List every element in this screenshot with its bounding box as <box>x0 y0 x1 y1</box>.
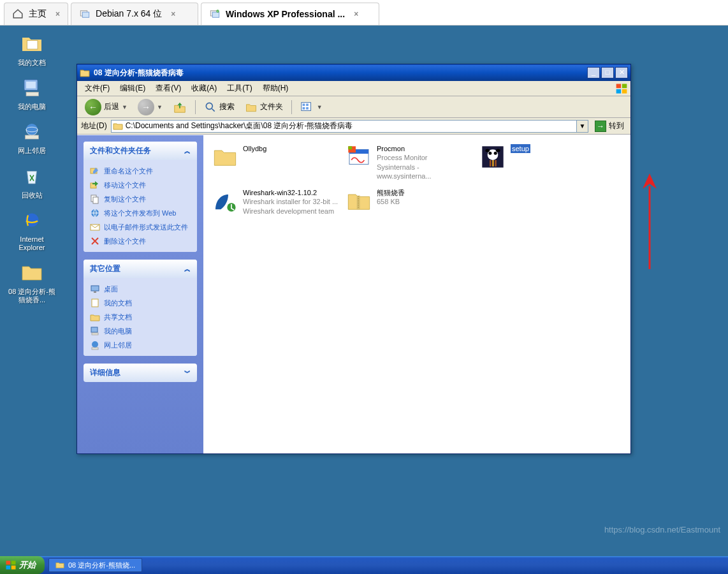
folder-icon <box>20 261 43 284</box>
desktop-icon-network-places[interactable]: 网上邻居 <box>6 120 57 155</box>
menu-tools[interactable]: 工具(T) <box>222 81 257 96</box>
close-icon[interactable]: × <box>55 10 60 18</box>
svg-rect-33 <box>92 333 98 335</box>
vm-tab-winxp[interactable]: Windows XP Professional ... × <box>201 3 379 25</box>
file-item-setup[interactable]: setup <box>477 142 611 183</box>
close-button[interactable]: ✕ <box>615 67 628 78</box>
desktop-icon-label: 网上邻居 <box>6 147 57 155</box>
desktop-icon-my-computer[interactable]: 我的电脑 <box>6 76 57 111</box>
minimize-button[interactable]: _ <box>587 67 600 78</box>
task-publish[interactable]: 将这个文件发布到 Web <box>90 206 191 220</box>
taskbar-item-label: 08 逆向分析-熊猫烧... <box>68 561 135 570</box>
file-list[interactable]: Ollydbg Procmon Process Monitor Sysinter… <box>203 135 630 453</box>
menu-help[interactable]: 帮助(H) <box>258 81 294 96</box>
menu-file[interactable]: 文件(F) <box>80 81 115 96</box>
svg-rect-16 <box>622 89 627 93</box>
panel-file-tasks-header[interactable]: 文件和文件夹任务 ︽ <box>84 142 197 160</box>
file-item-wireshark[interactable]: Wireshark-win32-1.10.2 Wireshark install… <box>210 186 344 218</box>
vm-tab-home[interactable]: 主页 × <box>4 3 68 25</box>
panel-details-header[interactable]: 详细信息 ︾ <box>84 364 197 382</box>
titlebar[interactable]: 08 逆向分析-熊猫烧香病毒 _ □ ✕ <box>77 64 630 81</box>
place-shared[interactable]: 共享文档 <box>90 310 191 324</box>
svg-rect-13 <box>616 84 622 88</box>
taskbar-item-explorer[interactable]: 08 逆向分析-熊猫烧... <box>48 558 142 572</box>
place-desktop[interactable]: 桌面 <box>90 282 191 296</box>
close-icon[interactable]: × <box>171 10 175 18</box>
shared-folder-icon <box>90 312 100 322</box>
go-label: 转到 <box>609 121 624 131</box>
globe-icon <box>90 208 100 218</box>
mail-icon <box>90 222 100 232</box>
vm-tab-debian[interactable]: Debian 7.x 64 位 × <box>71 3 198 25</box>
back-label: 后退 <box>104 101 119 112</box>
file-item-panda-zip[interactable]: 熊猫烧香 658 KB <box>344 186 477 218</box>
file-item-ollydbg[interactable]: Ollydbg <box>210 142 344 183</box>
maximize-button[interactable]: □ <box>601 67 614 78</box>
vm-icon <box>79 8 91 20</box>
vm-tab-debian-label: Debian 7.x 64 位 <box>96 8 162 20</box>
place-mycomputer[interactable]: 我的电脑 <box>90 324 191 338</box>
task-delete[interactable]: 删除这个文件 <box>90 234 191 248</box>
task-copy[interactable]: 复制这个文件 <box>90 192 191 206</box>
svg-point-44 <box>485 149 490 152</box>
svg-rect-51 <box>6 561 11 564</box>
views-icon <box>300 101 314 114</box>
task-move[interactable]: 移动这个文件 <box>90 178 191 192</box>
desktop-icon-label: Internet Explorer <box>6 235 57 252</box>
svg-rect-39 <box>348 146 352 149</box>
search-button[interactable]: 搜索 <box>200 99 238 115</box>
go-button[interactable]: → 转到 <box>592 119 627 133</box>
chevron-down-icon: ︾ <box>184 369 191 378</box>
svg-point-34 <box>92 341 98 348</box>
desktop-icon-folder-analysis[interactable]: 08 逆向分析-熊猫烧香... <box>6 261 57 304</box>
place-mydocs[interactable]: 我的文档 <box>90 296 191 310</box>
svg-point-45 <box>496 149 500 152</box>
views-button[interactable]: ▼ <box>296 99 326 115</box>
desktop-icon-ie[interactable]: Internet Explorer <box>6 209 57 252</box>
start-button[interactable]: 开始 <box>0 556 45 574</box>
address-input[interactable] <box>111 120 577 133</box>
desktop-icons: 我的文档 我的电脑 网上邻居 回收站 Internet Explorer 08 … <box>6 32 64 314</box>
computer-icon <box>20 76 43 99</box>
menubar: 文件(F) 编辑(E) 查看(V) 收藏(A) 工具(T) 帮助(H) <box>77 81 630 96</box>
svg-rect-20 <box>306 103 309 106</box>
svg-rect-14 <box>622 84 627 88</box>
menu-view[interactable]: 查看(V) <box>150 81 186 96</box>
svg-rect-52 <box>11 561 16 564</box>
svg-rect-22 <box>306 107 309 110</box>
desktop-icon-recycle-bin[interactable]: 回收站 <box>6 165 57 200</box>
back-button[interactable]: ← 后退 ▼ <box>81 97 131 117</box>
svg-rect-11 <box>25 135 39 139</box>
task-rename[interactable]: 重命名这个文件 <box>90 164 191 178</box>
task-email[interactable]: 以电子邮件形式发送此文件 <box>90 220 191 234</box>
panel-file-tasks: 文件和文件夹任务 ︽ 重命名这个文件 移动这个文件 复制这个文件 将这个文件发布… <box>84 142 197 252</box>
address-dropdown-button[interactable]: ▼ <box>577 120 588 133</box>
desktop[interactable]: 我的文档 我的电脑 网上邻居 回收站 Internet Explorer 08 … <box>0 26 728 556</box>
close-icon[interactable]: × <box>354 10 358 18</box>
folders-label: 文件夹 <box>260 101 283 112</box>
procmon-icon <box>346 144 372 170</box>
annotation-arrow-icon <box>640 173 659 269</box>
recycle-icon <box>20 165 43 188</box>
folder-icon <box>55 561 64 570</box>
search-icon <box>204 101 217 114</box>
svg-rect-31 <box>92 299 98 307</box>
svg-rect-21 <box>303 107 305 110</box>
forward-button[interactable]: → ▼ <box>134 97 166 117</box>
vm-tab-winxp-label: Windows XP Professional ... <box>226 9 345 19</box>
folder-icon <box>212 144 238 170</box>
svg-rect-48 <box>495 160 497 166</box>
panel-other-places-header[interactable]: 其它位置 ︽ <box>84 260 197 278</box>
home-icon <box>12 8 24 20</box>
desktop-icon-my-documents[interactable]: 我的文档 <box>6 32 57 67</box>
file-item-procmon[interactable]: Procmon Process Monitor Sysinternals - w… <box>344 142 477 183</box>
desktop-icon-label: 08 逆向分析-熊猫烧香... <box>6 288 57 304</box>
up-button[interactable] <box>169 98 191 116</box>
svg-rect-3 <box>212 12 219 17</box>
folders-button[interactable]: 文件夹 <box>241 99 287 115</box>
place-network[interactable]: 网上邻居 <box>90 338 191 352</box>
menu-edit[interactable]: 编辑(E) <box>115 81 150 96</box>
menu-favorites[interactable]: 收藏(A) <box>186 81 222 96</box>
wireshark-icon <box>212 188 238 214</box>
vm-icon <box>209 8 221 20</box>
